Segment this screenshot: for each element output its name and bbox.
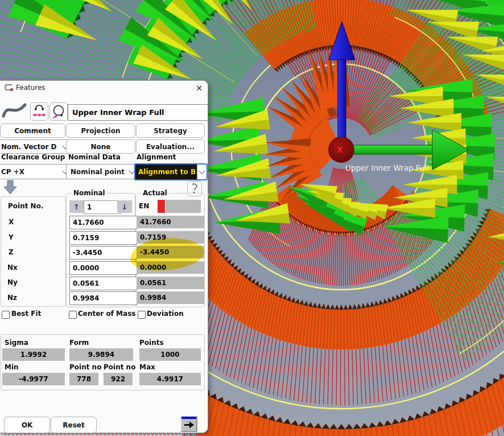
nominal-y-input[interactable]: 0.7159	[69, 231, 137, 245]
actual-ny-value: 0.0561	[137, 277, 204, 289]
actual-y-value: 0.7159	[137, 231, 204, 244]
nominal-x-input[interactable]: 41.7660	[69, 216, 137, 229]
clearance-group-label: Clearance Group	[1, 153, 65, 161]
app-logo-icon	[4, 84, 14, 92]
actual-legend: Actual	[141, 189, 169, 197]
form-label: Form	[69, 339, 89, 347]
next-page-button[interactable]	[180, 416, 197, 432]
nominal-ny-input[interactable]: 0.0561	[69, 277, 137, 290]
best-fit-label: Best Fit	[11, 310, 41, 318]
comment-button[interactable]: Comment	[0, 124, 65, 138]
coord-label-y: Y	[9, 233, 14, 241]
loop-circle-icon	[50, 103, 67, 120]
deviation-label: Deviation	[147, 310, 184, 318]
nominal-data-combo[interactable]: Nominal point	[66, 164, 138, 179]
max-value: 4.9917	[139, 373, 201, 385]
actual-z-value: -3.4450	[137, 246, 204, 258]
right-arrow-icon	[181, 419, 196, 431]
nominal-data-label: Nominal Data	[68, 153, 121, 161]
nominal-nz-input[interactable]: 0.9984	[69, 291, 137, 305]
en-indicator-red	[158, 200, 165, 213]
sigma-value: 1.9992	[2, 348, 65, 361]
min-label: Min	[5, 363, 19, 371]
clearance-group-value: CP +X	[1, 168, 24, 176]
origin-x-marker: X	[337, 145, 343, 154]
en-indicator-track	[166, 200, 201, 213]
nominal-legend: Nominal	[72, 189, 107, 197]
coord-label-x: X	[9, 218, 14, 226]
recall-loop-button[interactable]	[49, 102, 68, 121]
coord-label-nz: Nz	[7, 294, 17, 302]
strategy-button[interactable]: Strategy	[136, 124, 205, 138]
point-no-min-label: Point no	[69, 363, 101, 371]
alignment-label: Alignment	[137, 153, 176, 161]
point-no-label: Point No.	[8, 202, 43, 210]
evaluation-button[interactable]: Evaluation...	[136, 139, 205, 154]
max-label: Max	[139, 363, 155, 371]
sigma-label: Sigma	[5, 339, 28, 347]
actual-nx-value: 0.0000	[137, 261, 204, 274]
points-label: Points	[139, 339, 164, 347]
point-no-max-label: Point no	[104, 363, 135, 371]
x-axis-shaft	[352, 145, 437, 154]
projection-button[interactable]: Projection	[66, 124, 135, 138]
center-of-mass-label: Center of Mass	[78, 310, 135, 318]
points-value: 1000	[139, 348, 201, 361]
close-icon[interactable]: ✕	[193, 83, 205, 94]
features-dialog: Features ✕ Upper Inner Wrap Full Comment…	[0, 80, 208, 433]
alignment-value: Alignment to B	[138, 168, 196, 176]
point-spinner-down[interactable]: ↓	[117, 200, 132, 213]
nominal-z-input[interactable]: -3.4450	[69, 246, 137, 260]
alignment-combo[interactable]: Alignment to B	[134, 163, 208, 180]
z-axis-shaft	[338, 59, 346, 144]
en-label: EN	[139, 202, 149, 210]
nominal-vector-combo[interactable]: Nom. Vector D	[0, 139, 72, 154]
clearance-group-combo[interactable]: CP +X	[0, 164, 72, 179]
point-no-min-value: 778	[69, 373, 98, 385]
curve-feature-icon	[1, 101, 27, 119]
point-no-max-value: 922	[104, 373, 133, 385]
deviation-checkbox[interactable]	[138, 311, 146, 319]
coord-label-ny: Ny	[7, 278, 18, 286]
form-value: 9.9894	[69, 348, 133, 361]
feature-name-input[interactable]: Upper Inner Wrap Full	[68, 104, 208, 121]
actual-x-value: 41.7660	[137, 216, 204, 228]
combo-arrow-zone[interactable]	[197, 164, 206, 179]
nominal-nx-input[interactable]: 0.0000	[69, 261, 137, 275]
min-value: -4.9977	[2, 373, 65, 385]
dialog-title: Features	[16, 84, 46, 92]
nominal-data-value: Nominal point	[71, 168, 125, 176]
actual-nz-value: 0.9984	[137, 291, 204, 304]
coord-label-nx: Nx	[7, 264, 18, 272]
move-down-arrow-icon[interactable]	[2, 179, 18, 195]
reverse-direction-icon	[31, 103, 48, 120]
coord-label-z: Z	[9, 248, 14, 256]
point-number-input[interactable]: 1	[84, 200, 121, 214]
viewport-feature-label: Upper Inner Wrap Full	[345, 163, 429, 172]
chevron-down-icon	[199, 168, 205, 174]
point-spinner-up[interactable]: ↑	[69, 200, 84, 213]
reset-button[interactable]: Reset	[51, 417, 97, 433]
ok-button[interactable]: OK	[4, 417, 50, 433]
reverse-direction-button[interactable]	[30, 102, 48, 121]
center-of-mass-checkbox[interactable]	[69, 311, 77, 319]
best-fit-checkbox[interactable]	[2, 311, 10, 319]
nominal-vector-value: Nom. Vector D	[1, 143, 56, 151]
projection-none-button[interactable]: None	[66, 139, 135, 154]
